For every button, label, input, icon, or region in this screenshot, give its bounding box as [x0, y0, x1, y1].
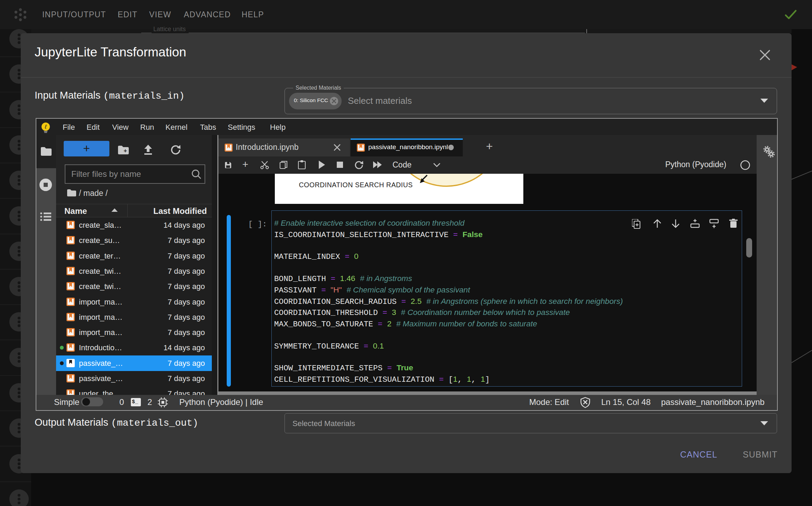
svg-text:ℓ: ℓ [44, 124, 47, 130]
svg-text:+: + [124, 147, 127, 154]
svg-text:COORDINATION SEARCH RADIUS: COORDINATION SEARCH RADIUS [299, 181, 413, 189]
